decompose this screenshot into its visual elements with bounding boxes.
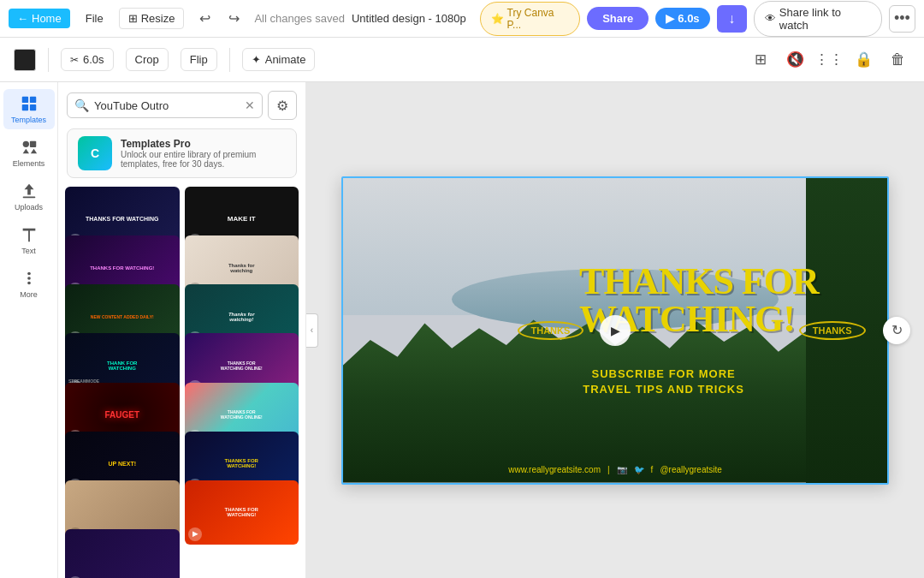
website-text: www.reallygreatsite.com xyxy=(508,465,601,474)
svg-rect-5 xyxy=(29,141,35,147)
try-canva-button[interactable]: ⭐ Try Canva P... xyxy=(480,2,581,36)
undo-redo-group: ↩ ↪ xyxy=(191,5,247,33)
trash-icon[interactable]: 🗑 xyxy=(885,47,910,73)
svg-marker-6 xyxy=(22,149,28,154)
instagram-icon: 📷 xyxy=(617,465,627,474)
text-icon xyxy=(20,225,38,244)
sidebar-item-uploads[interactable]: Uploads xyxy=(3,176,55,217)
timer-display: 6.0s xyxy=(83,53,104,66)
svg-rect-2 xyxy=(21,104,27,110)
template-grid: THANKS FOR WATCHING ▶ 👑 MAKE IT ▶ THANKS… xyxy=(58,182,305,578)
sidebar-item-label: More xyxy=(20,290,38,299)
share-button[interactable]: Share xyxy=(587,7,649,30)
animate-button[interactable]: ✦ Animate xyxy=(242,48,316,71)
templates-icon xyxy=(20,94,38,113)
svg-point-9 xyxy=(27,272,31,276)
pro-text: Templates Pro Unlock our entire library … xyxy=(121,138,286,169)
more-icon: ••• xyxy=(894,9,910,27)
collapse-panel-button[interactable]: ‹ xyxy=(306,313,318,348)
main-layout: Templates Elements Uploads Text xyxy=(0,82,924,578)
sound-icon[interactable]: 🔇 xyxy=(782,47,808,73)
file-label: File xyxy=(86,12,104,25)
search-icon: 🔍 xyxy=(74,98,89,112)
template-card[interactable]: ▶ 👑 xyxy=(65,529,180,578)
resize-icon: ⊞ xyxy=(128,12,138,25)
canva-logo-icon: C xyxy=(91,146,99,160)
left-nav: Templates Elements Uploads Text xyxy=(0,82,58,578)
flip-label: Flip xyxy=(190,53,208,66)
sidebar-item-label: Elements xyxy=(13,159,45,168)
uploads-icon xyxy=(20,182,38,200)
svg-point-10 xyxy=(27,277,31,280)
template-card-inner: ▶ 👑 xyxy=(65,529,180,578)
subscribe-line1: SUBSCRIBE FOR MORE xyxy=(583,366,744,382)
top-bar: ← Home File ⊞ Resize ↩ ↪ All changes sav… xyxy=(0,0,924,38)
star-icon: ⭐ xyxy=(491,13,504,25)
template-card-inner: THANKS FORWATCHING! ▶ xyxy=(185,480,299,545)
sidebar-item-elements[interactable]: Elements xyxy=(3,133,55,173)
elements-icon xyxy=(20,138,38,157)
redo-button[interactable]: ↪ xyxy=(220,5,247,33)
svg-marker-7 xyxy=(30,149,36,154)
more-icon xyxy=(20,269,38,288)
canvas-main-text-line1: THANKS FOR xyxy=(579,263,819,301)
search-bar: 🔍 ✕ ⚙ xyxy=(58,82,305,125)
play-icon: ▶ xyxy=(666,12,674,25)
canvas-thanks-oval-right: THANKS xyxy=(799,321,866,340)
sidebar-item-more[interactable]: More xyxy=(3,264,55,304)
refresh-button[interactable]: ↻ xyxy=(883,317,910,344)
design-title: Untitled design - 1080p xyxy=(352,12,466,25)
timer-label: 6.0s xyxy=(678,12,699,25)
social-handle: @reallygreatsite xyxy=(660,465,721,474)
design-canvas[interactable]: THANKS FOR WATCHING! THANKS THANKS ▶ SUB… xyxy=(341,176,889,485)
resize-label: Resize xyxy=(141,12,175,25)
share-watch-label: Share link to watch xyxy=(779,6,871,32)
svg-rect-3 xyxy=(29,104,35,110)
sidebar-item-text[interactable]: Text xyxy=(3,220,55,260)
undo-button[interactable]: ↩ xyxy=(191,5,218,33)
pro-title: Templates Pro xyxy=(121,138,286,150)
saved-status: All changes saved xyxy=(254,12,345,25)
templates-panel: 🔍 ✕ ⚙ C Templates Pro Unlock our entire … xyxy=(58,82,306,578)
eye-icon: 👁 xyxy=(765,12,776,25)
svg-rect-1 xyxy=(29,97,35,103)
download-button[interactable]: ↓ xyxy=(717,5,747,33)
search-input[interactable] xyxy=(94,99,240,112)
grid-view-icon[interactable]: ⊞ xyxy=(748,47,773,73)
resize-button[interactable]: ⊞ Resize xyxy=(119,8,185,29)
clear-search-button[interactable]: ✕ xyxy=(245,98,255,112)
pro-description: Unlock our entire library of premium tem… xyxy=(121,150,286,169)
templates-pro-banner[interactable]: C Templates Pro Unlock our entire librar… xyxy=(67,128,297,178)
flip-button[interactable]: Flip xyxy=(181,48,217,71)
file-menu[interactable]: File xyxy=(77,9,112,28)
canvas-bottom-text: www.reallygreatsite.com | 📷 🐦 f @reallyg… xyxy=(508,465,722,474)
home-button[interactable]: ← Home xyxy=(9,9,70,28)
svg-point-11 xyxy=(27,282,31,285)
animate-icon: ✦ xyxy=(252,53,261,66)
template-card[interactable]: THANKS FORWATCHING! ▶ xyxy=(185,480,299,545)
toolbar-bar: ✂ 6.0s Crop Flip ✦ Animate ⊞ 🔇 ⋮⋮ 🔒 🗑 xyxy=(0,38,924,82)
divider-bar: | xyxy=(607,465,610,474)
svg-rect-0 xyxy=(21,97,27,103)
subscribe-line2: TRAVEL TIPS AND TRICKS xyxy=(583,382,744,397)
share-watch-button[interactable]: 👁 Share link to watch xyxy=(754,1,882,37)
sidebar-item-label: Text xyxy=(21,247,36,255)
thanks-left-text: THANKS xyxy=(531,325,571,336)
search-input-wrap[interactable]: 🔍 ✕ xyxy=(67,92,263,118)
canvas-thanks-oval-left: THANKS xyxy=(518,321,584,340)
sidebar-item-templates[interactable]: Templates xyxy=(3,89,55,129)
canvas-subscribe-text: SUBSCRIBE FOR MORE TRAVEL TIPS AND TRICK… xyxy=(583,366,744,397)
sidebar-item-label: Uploads xyxy=(15,203,43,212)
crop-button[interactable]: Crop xyxy=(126,48,169,71)
facebook-icon: f xyxy=(651,465,654,474)
more-options-button[interactable]: ••• xyxy=(889,5,915,33)
canvas-play-button[interactable]: ▶ xyxy=(600,315,631,346)
cut-timer-button[interactable]: ✂ 6.0s xyxy=(61,48,114,71)
twitter-icon: 🐦 xyxy=(634,465,644,474)
color-swatch[interactable] xyxy=(14,49,36,71)
play-timer-button[interactable]: ▶ 6.0s xyxy=(655,8,709,29)
sidebar-item-label: Templates xyxy=(11,116,46,124)
lock-icon[interactable]: 🔒 xyxy=(850,47,876,73)
filter-button[interactable]: ⚙ xyxy=(268,91,297,120)
pattern-icon[interactable]: ⋮⋮ xyxy=(816,47,842,73)
